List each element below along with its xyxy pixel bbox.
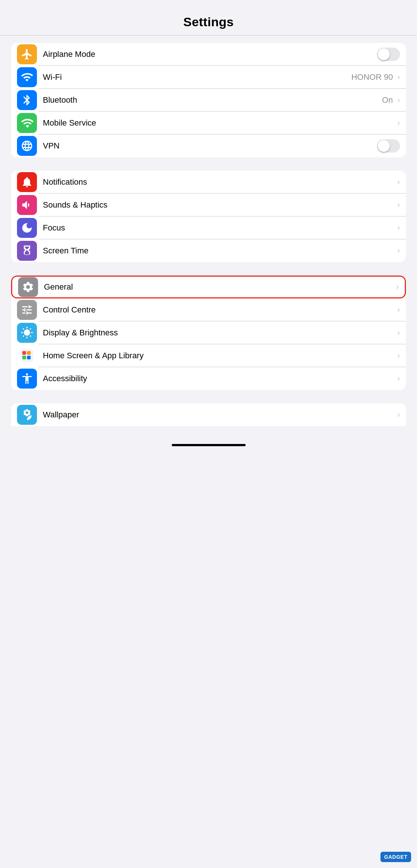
- sounds-icon-wrapper: [17, 195, 37, 215]
- notifications-chevron: ›: [397, 177, 400, 187]
- vpn-row[interactable]: VPN: [11, 134, 406, 157]
- general-group: General › Control Centre › Display & Bri…: [11, 276, 406, 390]
- control-centre-label: Control Centre: [43, 305, 396, 315]
- mobile-service-chevron: ›: [397, 118, 400, 128]
- wallpaper-row[interactable]: Wallpaper ›: [11, 403, 406, 426]
- wallpaper-icon-wrapper: [17, 405, 37, 425]
- display-brightness-label: Display & Brightness: [43, 328, 396, 338]
- bluetooth-value: On: [382, 95, 393, 105]
- wifi-icon: [21, 71, 33, 83]
- notifications-icon-wrapper: [17, 172, 37, 192]
- wifi-row[interactable]: Wi-Fi HONOR 90 ›: [11, 66, 406, 89]
- wallpaper-group: Wallpaper ›: [11, 403, 406, 426]
- vpn-icon-wrapper: [17, 136, 37, 156]
- hourglass-icon: [21, 245, 33, 257]
- sounds-haptics-row[interactable]: Sounds & Haptics ›: [11, 194, 406, 216]
- svg-rect-1: [22, 351, 26, 355]
- screen-time-row[interactable]: Screen Time ›: [11, 239, 406, 262]
- display-brightness-chevron: ›: [397, 328, 400, 338]
- wifi-value: HONOR 90: [351, 72, 393, 82]
- airplane-icon: [21, 48, 33, 61]
- display-brightness-row[interactable]: Display & Brightness ›: [11, 321, 406, 344]
- sounds-haptics-chevron: ›: [397, 200, 400, 210]
- wifi-chevron: ›: [397, 72, 400, 82]
- vpn-toggle[interactable]: [377, 139, 400, 153]
- vpn-label: VPN: [43, 141, 377, 151]
- focus-row[interactable]: Focus ›: [11, 216, 406, 239]
- screen-time-chevron: ›: [397, 246, 400, 256]
- grid-icon: [21, 349, 33, 362]
- speaker-icon: [21, 199, 33, 211]
- general-icon-wrapper: [18, 277, 38, 297]
- focus-chevron: ›: [397, 223, 400, 233]
- home-bar-area: [0, 434, 417, 449]
- airplane-mode-label: Airplane Mode: [43, 49, 377, 59]
- mobile-service-row[interactable]: Mobile Service ›: [11, 112, 406, 134]
- notifications-row[interactable]: Notifications ›: [11, 171, 406, 194]
- airplane-icon-wrapper: [17, 44, 37, 64]
- control-centre-icon-wrapper: [17, 300, 37, 320]
- svg-rect-0: [21, 349, 33, 362]
- wifi-icon-wrapper: [17, 67, 37, 87]
- general-label: General: [44, 282, 395, 292]
- screen-time-icon-wrapper: [17, 241, 37, 261]
- accessibility-icon: [21, 372, 33, 385]
- bluetooth-chevron: ›: [397, 95, 400, 105]
- home-screen-label: Home Screen & App Library: [43, 351, 396, 360]
- airplane-mode-toggle[interactable]: [377, 48, 400, 61]
- page-header: Settings: [0, 0, 417, 35]
- display-brightness-icon-wrapper: [17, 323, 37, 343]
- svg-rect-3: [22, 356, 26, 359]
- notifications-label: Notifications: [43, 177, 396, 187]
- notifications-group: Notifications › Sounds & Haptics › Focus…: [11, 171, 406, 262]
- accessibility-label: Accessibility: [43, 374, 396, 383]
- home-screen-chevron: ›: [397, 351, 400, 360]
- gadget-badge: GADGET: [380, 852, 411, 862]
- signal-icon: [21, 117, 33, 129]
- gear-icon: [22, 281, 34, 293]
- wifi-label: Wi-Fi: [43, 72, 351, 82]
- home-screen-icon-wrapper: [17, 346, 37, 366]
- bluetooth-icon: [21, 94, 33, 106]
- svg-rect-2: [27, 351, 31, 355]
- control-centre-row[interactable]: Control Centre ›: [11, 298, 406, 321]
- bluetooth-icon-wrapper: [17, 90, 37, 110]
- control-centre-chevron: ›: [397, 305, 400, 315]
- switches-icon: [21, 304, 33, 316]
- svg-rect-4: [27, 356, 31, 359]
- bluetooth-row[interactable]: Bluetooth On ›: [11, 89, 406, 112]
- bluetooth-label: Bluetooth: [43, 95, 382, 105]
- settings-body: Airplane Mode Wi-Fi HONOR 90 › Bluetooth…: [0, 35, 417, 434]
- home-screen-row[interactable]: Home Screen & App Library ›: [11, 344, 406, 367]
- airplane-mode-row[interactable]: Airplane Mode: [11, 43, 406, 66]
- connectivity-group: Airplane Mode Wi-Fi HONOR 90 › Bluetooth…: [11, 43, 406, 157]
- globe-icon: [21, 140, 33, 152]
- page-title: Settings: [0, 15, 417, 29]
- wallpaper-label: Wallpaper: [43, 410, 396, 420]
- sounds-haptics-label: Sounds & Haptics: [43, 200, 396, 210]
- wallpaper-chevron: ›: [397, 410, 400, 420]
- accessibility-row[interactable]: Accessibility ›: [11, 367, 406, 390]
- general-chevron: ›: [396, 282, 399, 292]
- screen-time-label: Screen Time: [43, 246, 396, 256]
- mobile-service-icon-wrapper: [17, 113, 37, 133]
- accessibility-chevron: ›: [397, 374, 400, 383]
- general-row[interactable]: General ›: [11, 276, 406, 298]
- flower-icon: [21, 409, 33, 421]
- sun-icon: [21, 327, 33, 339]
- moon-icon: [21, 222, 33, 234]
- focus-label: Focus: [43, 223, 396, 233]
- mobile-service-label: Mobile Service: [43, 118, 396, 128]
- focus-icon-wrapper: [17, 218, 37, 238]
- accessibility-icon-wrapper: [17, 369, 37, 389]
- home-bar: [172, 444, 246, 446]
- bell-icon: [21, 176, 33, 188]
